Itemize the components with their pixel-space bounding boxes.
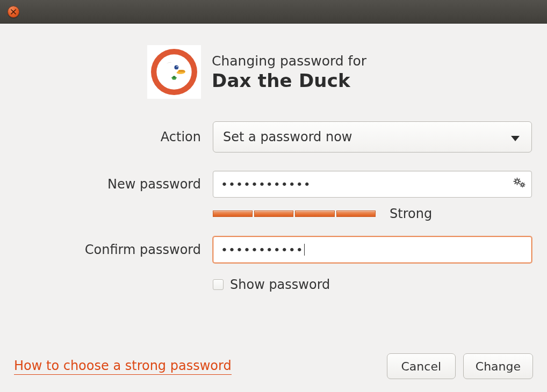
dialog-username: Dax the Duck — [212, 70, 366, 91]
user-avatar — [147, 45, 201, 99]
window-titlebar — [0, 0, 547, 24]
password-strength-label: Strong — [390, 206, 432, 221]
svg-line-21 — [521, 183, 521, 184]
confirm-password-value: ••••••••••• — [221, 243, 304, 257]
window-close-button[interactable] — [8, 6, 19, 18]
new-password-label: New password — [14, 177, 213, 192]
svg-line-15 — [519, 179, 519, 180]
svg-line-14 — [515, 183, 515, 184]
close-icon — [11, 9, 16, 14]
show-password-label: Show password — [230, 277, 330, 292]
duck-avatar-icon — [151, 49, 197, 95]
svg-line-12 — [515, 179, 515, 180]
dialog-header: Changing password for Dax the Duck — [147, 45, 533, 99]
show-password-checkbox[interactable] — [213, 279, 224, 290]
svg-point-7 — [516, 180, 519, 183]
svg-line-13 — [519, 183, 519, 184]
password-strength-meter — [213, 210, 376, 217]
action-select-value: Set a password now — [223, 129, 352, 144]
confirm-password-label: Confirm password — [14, 242, 213, 257]
generate-password-button[interactable] — [513, 178, 526, 191]
cancel-button[interactable]: Cancel — [387, 353, 456, 379]
svg-point-4 — [174, 66, 178, 70]
new-password-value: •••••••••••• — [221, 178, 311, 191]
confirm-password-input[interactable]: ••••••••••• — [213, 236, 532, 263]
svg-line-24 — [524, 183, 524, 184]
gear-icon — [513, 178, 526, 188]
help-link[interactable]: How to choose a strong password — [14, 358, 232, 375]
svg-point-5 — [177, 66, 178, 67]
svg-line-23 — [521, 186, 521, 186]
chevron-down-icon — [511, 129, 520, 144]
svg-line-22 — [524, 186, 524, 186]
password-form: Action Set a password now New password •… — [14, 121, 533, 292]
dialog-footer: How to choose a strong password Cancel C… — [14, 353, 533, 379]
svg-point-16 — [521, 184, 523, 186]
svg-marker-6 — [511, 136, 520, 141]
new-password-input[interactable]: •••••••••••• — [213, 171, 532, 198]
change-button[interactable]: Change — [463, 353, 533, 379]
dialog-subtitle: Changing password for — [212, 53, 366, 69]
action-select[interactable]: Set a password now — [213, 121, 532, 153]
action-label: Action — [14, 129, 213, 144]
